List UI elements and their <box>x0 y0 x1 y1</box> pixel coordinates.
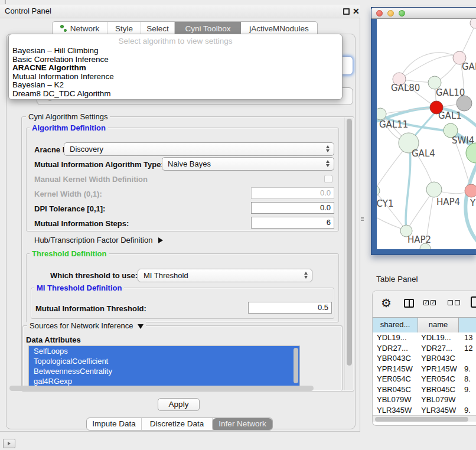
mi-threshold-field[interactable]: 0.5 <box>248 302 332 314</box>
mi-threshold-definition-title: MI Threshold Definition <box>34 283 124 292</box>
algorithm-option-bayesian-k2[interactable]: Bayesian – K2 <box>9 81 342 90</box>
table-panel-title: Table Panel <box>376 275 418 283</box>
algorithm-option-bayesian-hill-climbing[interactable]: Bayesian – Hill Climbing <box>9 47 342 56</box>
panel-collapse-button[interactable] <box>3 439 15 448</box>
network-node-y[interactable] <box>465 184 476 197</box>
column-header-col2[interactable] <box>459 318 476 332</box>
algorithm-option-aracne-algorithm[interactable]: ARACNE Algorithm <box>9 64 342 73</box>
table-row[interactable]: YLR345WYLR345W9. <box>373 405 476 416</box>
algorithm-option-dream8-dc-tdc-algorithm[interactable]: Dream8 DC_TDC Algorithm <box>9 90 342 99</box>
table-row[interactable]: YBR045CYBR045C9. <box>373 384 476 395</box>
tab-discretize-data[interactable]: Discretize Data <box>142 418 213 431</box>
network-window-titlebar[interactable] <box>371 8 476 19</box>
mi-algorithm-type-value: Naive Bayes <box>168 159 211 168</box>
sources-title[interactable]: Sources for Network Inference <box>27 321 146 330</box>
table-cell: YDR27... <box>373 343 418 354</box>
network-node[interactable] <box>470 19 476 28</box>
network-node[interactable] <box>457 96 472 111</box>
tab-infer-network[interactable]: Infer Network <box>213 418 272 431</box>
close-button[interactable] <box>376 10 383 17</box>
tab-jactivemnodules[interactable]: jActiveMNodules <box>241 22 317 34</box>
table-cell: 12 <box>459 343 476 354</box>
table-horizontal-scrollbar[interactable] <box>373 415 476 422</box>
network-node[interactable] <box>466 143 476 163</box>
table-cell: YBR043C <box>373 353 418 364</box>
tab-label: Style <box>115 22 133 35</box>
table-cell: YBL079W <box>373 394 418 405</box>
sources-title-label: Sources for Network Inference <box>30 321 133 330</box>
attribute-item-betweennesscentrality[interactable]: BetweennessCentrality <box>29 366 299 376</box>
kernel-width-field[interactable]: 0.0 <box>251 187 334 199</box>
network-node-gcy1[interactable] <box>377 185 380 196</box>
table-cell: YLR345W <box>373 405 418 416</box>
network-view-window[interactable]: GALGAL80GAL10GAL1GAL11SWI4GAL4GCY1HAP4YH… <box>371 7 476 255</box>
network-canvas[interactable]: GALGAL80GAL10GAL1GAL11SWI4GAL4GCY1HAP4YH… <box>377 19 476 249</box>
manual-kernel-width-checkbox[interactable] <box>324 175 332 183</box>
split-pane-divider[interactable] <box>361 217 364 223</box>
table-row[interactable]: YPR145WYPR145W9. <box>373 364 476 374</box>
gear-icon[interactable]: ⚙ <box>381 296 392 310</box>
page-icon[interactable] <box>471 296 476 308</box>
column-header-name[interactable]: name <box>418 318 459 332</box>
table-row[interactable]: YDL19...YDL19...13 <box>373 332 476 343</box>
network-node-label: HAP2 <box>407 234 431 245</box>
dpi-tolerance-label: DPI Tolerance [0,1]: <box>34 204 105 213</box>
checked-pair-icon[interactable]: ✓✓ <box>423 300 436 305</box>
data-attributes-list[interactable]: SelfLoopsTopologicalCoefficientBetweenne… <box>28 345 300 387</box>
table-row[interactable]: YDR27...YDR27...12 <box>373 343 476 354</box>
aracne-mode-combobox[interactable]: Discovery <box>64 142 334 156</box>
settings-horizontal-scrollbar[interactable] <box>9 386 314 391</box>
manual-kernel-width-label: Manual Kernel Width Definition <box>34 175 148 184</box>
close-icon[interactable]: ✕ <box>353 5 361 17</box>
hub-definition-expander[interactable]: Hub/Transcription Factor Definition <box>34 236 163 244</box>
tab-select[interactable]: Select <box>141 22 175 34</box>
network-node-gal11[interactable] <box>377 108 386 120</box>
mi-steps-field[interactable]: 6 <box>251 217 334 229</box>
attribute-item-gal4rgexp[interactable]: gal4RGexp <box>29 376 299 386</box>
column-header-shared[interactable]: shared... <box>373 318 418 332</box>
attribute-item-topologicalcoefficient[interactable]: TopologicalCoefficient <box>29 356 299 366</box>
algorithm-dropdown-items: Bayesian – Hill ClimbingBasic Correlatio… <box>9 47 342 99</box>
algorithm-definition-title: Algorithm Definition <box>30 123 108 132</box>
tab-label: Network <box>70 22 100 35</box>
table-row[interactable]: YER054CYER054C8. <box>373 374 476 384</box>
mi-algorithm-type-combobox[interactable]: Naive Bayes <box>162 157 334 171</box>
network-node-label: Y <box>470 198 476 208</box>
tab-cyni-toolbox[interactable]: Cyni Toolbox <box>175 22 241 34</box>
tab-label: jActiveMNodules <box>249 22 309 35</box>
control-panel-title: Control Panel <box>5 6 51 15</box>
zoom-button[interactable] <box>399 10 405 17</box>
table-row[interactable]: YBR043CYBR043C <box>373 353 476 364</box>
apply-button[interactable]: Apply <box>158 398 200 411</box>
cyni-algorithm-settings-title: Cyni Algorithm Settings <box>26 112 110 121</box>
table-row[interactable]: YBL079WYBL079W <box>373 394 476 405</box>
table-cell: YPR145W <box>373 364 418 374</box>
combo-arrows-icon <box>326 160 330 167</box>
which-threshold-combobox[interactable]: MI Threshold <box>138 269 312 282</box>
algorithm-option-basic-correlation-inference[interactable]: Basic Correlation Inference <box>9 56 342 64</box>
tab-label: Cyni Toolbox <box>185 22 230 35</box>
network-node-label: GAL80 <box>391 83 420 93</box>
expand-arrow-icon <box>158 237 163 243</box>
table-cell: 13 <box>459 332 476 343</box>
tab-impute-data[interactable]: Impute Data <box>87 418 142 431</box>
collapse-arrow-icon <box>138 324 144 329</box>
settings-vertical-scrollbar[interactable] <box>344 118 353 390</box>
network-node-hap4[interactable] <box>426 182 442 197</box>
minimize-button[interactable] <box>387 10 394 17</box>
algorithm-option-mutual-information-inference[interactable]: Mutual Information Inference <box>9 73 342 81</box>
float-window-icon[interactable] <box>343 8 350 15</box>
split-columns-icon[interactable] <box>404 299 414 308</box>
mi-algorithm-type-label: Mutual Information Algorithm Type: <box>34 160 164 169</box>
data-attributes-label: Data Attributes <box>26 335 81 344</box>
table-cell: 8. <box>459 374 476 384</box>
table-cell: YLR345W <box>418 405 459 416</box>
unchecked-pair-icon[interactable] <box>448 300 460 305</box>
tab-style[interactable]: Style <box>107 22 141 34</box>
tab-network[interactable]: Network <box>53 22 107 34</box>
combo-arrows-icon <box>326 145 330 152</box>
list-scrollbar[interactable] <box>294 348 298 383</box>
dpi-tolerance-field[interactable]: 0.0 <box>251 202 334 214</box>
tab-label: Select <box>146 22 169 35</box>
attribute-item-selfloops[interactable]: SelfLoops <box>29 346 299 356</box>
